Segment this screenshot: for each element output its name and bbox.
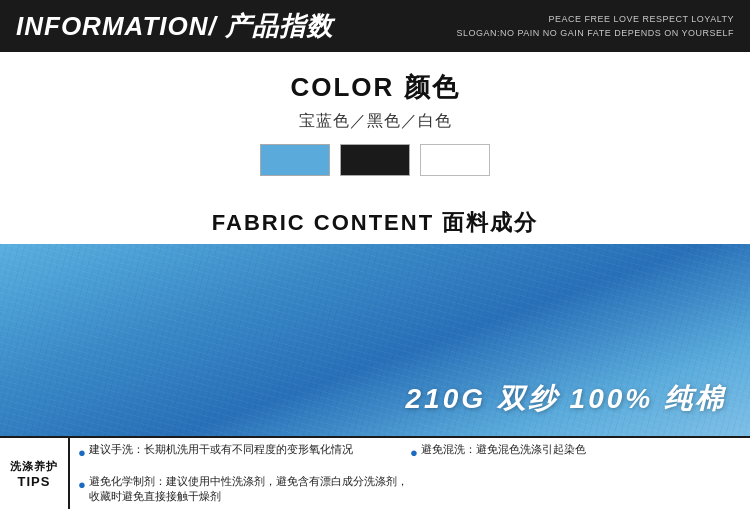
swatch-black bbox=[340, 144, 410, 176]
page-wrapper: INFORMATION/ 产品指数 PEACE FREE LOVE RESPEC… bbox=[0, 0, 750, 509]
header: INFORMATION/ 产品指数 PEACE FREE LOVE RESPEC… bbox=[0, 0, 750, 52]
tips-label-top: 洗涤养护 bbox=[10, 459, 58, 474]
tips-text-2: 避免混洗：避免混色洗涤引起染色 bbox=[421, 442, 586, 458]
fabric-label: 210G 双纱 100% 纯棉 bbox=[406, 380, 726, 418]
tips-content: ● 建议手洗：长期机洗用干或有不同程度的变形氧化情况 ● 避免混洗：避免混色洗涤… bbox=[70, 438, 750, 509]
color-section: COLOR 颜色 宝蓝色／黑色／白色 bbox=[0, 52, 750, 200]
bullet-2: ● bbox=[410, 443, 418, 463]
tips-text-1: 建议手洗：长期机洗用干或有不同程度的变形氧化情况 bbox=[89, 442, 353, 458]
fabric-title: FABRIC CONTENT 面料成分 bbox=[0, 200, 750, 244]
tips-label: 洗涤养护 TIPS bbox=[0, 438, 70, 509]
color-subtitle: 宝蓝色／黑色／白色 bbox=[0, 111, 750, 132]
bullet-3: ● bbox=[78, 475, 86, 495]
color-title: COLOR 颜色 bbox=[0, 70, 750, 105]
tips-label-bottom: TIPS bbox=[18, 474, 51, 489]
fabric-image: 210G 双纱 100% 纯棉 bbox=[0, 244, 750, 436]
tips-item-3: ● 避免化学制剂：建议使用中性洗涤剂，避免含有漂白成分洗涤剂，收藏时避免直接接触… bbox=[78, 474, 410, 506]
peace-line: PEACE FREE LOVE RESPECT LOYALTY bbox=[456, 12, 734, 26]
tips-text-3: 避免化学制剂：建议使用中性洗涤剂，避免含有漂白成分洗涤剂，收藏时避免直接接触干燥… bbox=[89, 474, 410, 506]
slogan-line: SLOGAN:NO PAIN NO GAIN FATE DEPENDS ON Y… bbox=[456, 26, 734, 40]
tips-item-1: ● 建议手洗：长期机洗用干或有不同程度的变形氧化情况 bbox=[78, 442, 410, 474]
header-title: INFORMATION/ 产品指数 bbox=[16, 9, 333, 44]
swatch-white bbox=[420, 144, 490, 176]
header-slogan: PEACE FREE LOVE RESPECT LOYALTY SLOGAN:N… bbox=[456, 12, 734, 41]
tips-item-2: ● 避免混洗：避免混色洗涤引起染色 bbox=[410, 442, 742, 474]
tips-section: 洗涤养护 TIPS ● 建议手洗：长期机洗用干或有不同程度的变形氧化情况 ● 避… bbox=[0, 436, 750, 509]
bullet-1: ● bbox=[78, 443, 86, 463]
tips-item-4 bbox=[410, 474, 742, 506]
color-swatches bbox=[0, 144, 750, 176]
swatch-blue bbox=[260, 144, 330, 176]
